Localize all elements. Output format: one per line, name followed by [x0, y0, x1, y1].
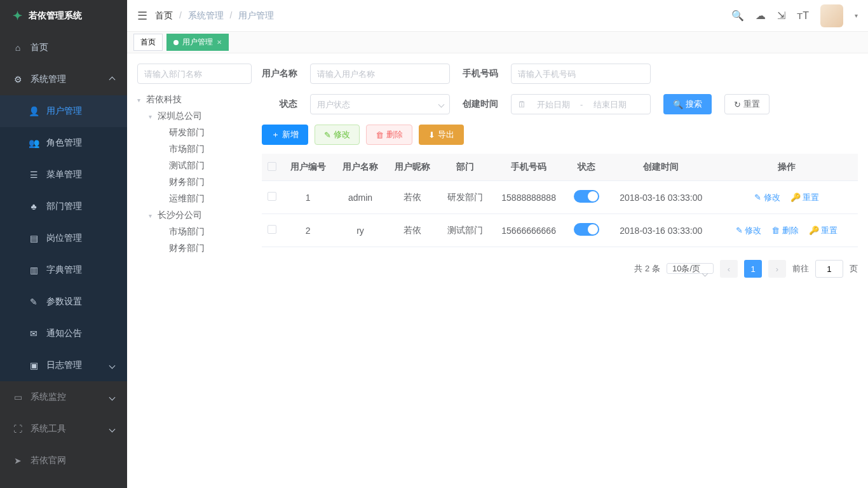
hamburger-icon[interactable]: ☰ [137, 9, 147, 23]
tree-node[interactable]: 测试部门 [160, 158, 252, 174]
status-label: 状态 [262, 98, 297, 110]
reset-button[interactable]: ↻重置 [724, 94, 770, 114]
gear-icon: ⚙ [13, 74, 23, 85]
user-panel: 用户名称 手机号码 状态 创建时间 🗓 - 🔍搜索 ↻重置 ＋新增 [262, 64, 858, 478]
phone-input[interactable] [511, 64, 651, 84]
tree-node[interactable]: 市场部门 [160, 141, 252, 158]
row-delete-link[interactable]: 🗑 删除 [771, 226, 799, 235]
sidebar-item-user[interactable]: 👤用户管理 [0, 95, 127, 127]
page-prev-button[interactable]: ‹ [720, 260, 738, 278]
chevron-down-icon: ▾ [149, 113, 155, 120]
sidebar-label-menu: 菜单管理 [46, 169, 82, 180]
page-goto-input[interactable] [815, 260, 843, 278]
status-select[interactable] [310, 94, 450, 114]
tree-node[interactable]: 市场部门 [160, 224, 252, 240]
tree-node[interactable]: 财务部门 [160, 240, 252, 257]
search-button[interactable]: 🔍搜索 [663, 94, 712, 114]
avatar[interactable] [820, 4, 843, 27]
add-label: 新增 [282, 129, 299, 140]
sidebar-label-dict: 字典管理 [46, 264, 82, 276]
sidebar-item-notice[interactable]: ✉通知公告 [0, 318, 127, 349]
tree-node[interactable]: 研发部门 [160, 125, 252, 141]
tree-node[interactable]: 财务部门 [160, 174, 252, 191]
status-switch[interactable] [574, 223, 599, 236]
cell-dept: 研发部门 [439, 181, 491, 214]
page-number-button[interactable]: 1 [744, 260, 762, 278]
tree-icon: ♣ [29, 201, 39, 212]
date-range[interactable]: 🗓 - [511, 94, 651, 114]
delete-label: 删除 [386, 129, 403, 140]
page-size-select[interactable]: 10条/页 [667, 263, 714, 274]
cell-id: 1 [281, 181, 334, 214]
tree-label: 运维部门 [169, 193, 205, 205]
sidebar-item-log[interactable]: ▣日志管理 [0, 349, 127, 381]
search-icon: 🔍 [673, 100, 683, 109]
cloud-icon[interactable]: ☁ [756, 10, 766, 22]
cell-name: ry [334, 214, 386, 247]
sidebar-item-system[interactable]: ⚙ 系统管理 [0, 64, 127, 95]
sidebar-item-menu[interactable]: ☰菜单管理 [0, 159, 127, 191]
sidebar-item-home[interactable]: ⌂ 首页 [0, 32, 127, 64]
sidebar-item-dept[interactable]: ♣部门管理 [0, 191, 127, 222]
tab-home[interactable]: 首页 [133, 34, 163, 51]
sidebar-item-dict[interactable]: ▥字典管理 [0, 254, 127, 286]
sidebar-label-system: 系统管理 [31, 74, 66, 85]
select-all-checkbox[interactable] [268, 162, 276, 171]
tree-label: 测试部门 [169, 160, 205, 172]
refresh-icon: ↻ [734, 100, 741, 109]
sidebar-item-role[interactable]: 👥角色管理 [0, 127, 127, 159]
tab-user[interactable]: 用户管理✕ [166, 34, 229, 51]
th-dept: 部门 [439, 154, 491, 181]
sidebar-item-monitor[interactable]: ▭系统监控 [0, 381, 127, 413]
tree-node-root[interactable]: ▾若依科技 [137, 92, 252, 108]
username-label: 用户名称 [262, 68, 297, 79]
compress-icon[interactable]: ⇲ [777, 10, 785, 22]
cell-id: 2 [281, 214, 334, 247]
sidebar-item-param[interactable]: ✎参数设置 [0, 286, 127, 318]
dashboard-icon: ⌂ [13, 43, 23, 53]
sidebar-label-site: 若依官网 [31, 455, 66, 466]
row-reset-link[interactable]: 🔑 重置 [790, 193, 820, 202]
breadcrumb-home[interactable]: 首页 [155, 10, 173, 20]
tree-label: 深圳总公司 [158, 111, 202, 122]
sidebar-item-tool[interactable]: ⛶系统工具 [0, 413, 127, 445]
close-icon[interactable]: ✕ [217, 39, 222, 46]
th-nick: 用户昵称 [386, 154, 438, 181]
sidebar-item-post[interactable]: ▤岗位管理 [0, 222, 127, 254]
sidebar-label-user: 用户管理 [46, 105, 82, 117]
tree-label: 财务部门 [169, 243, 205, 254]
op-reset-label: 重置 [803, 193, 819, 202]
row-edit-link[interactable]: ✎ 修改 [736, 226, 762, 235]
delete-button[interactable]: 🗑删除 [366, 125, 412, 145]
download-icon: ⬇ [428, 130, 435, 140]
chevron-down-icon[interactable]: ▾ [855, 12, 858, 19]
search-icon[interactable]: 🔍 [731, 10, 744, 22]
cell-phone: 15666666666 [491, 214, 566, 247]
log-icon: ▣ [29, 360, 39, 370]
row-reset-link[interactable]: 🔑 重置 [809, 226, 838, 235]
cell-name: admin [334, 181, 386, 214]
font-icon[interactable]: ᴛT [797, 10, 809, 22]
sidebar-label-tool: 系统工具 [31, 423, 66, 435]
page-next-button[interactable]: › [768, 260, 786, 278]
add-button[interactable]: ＋新增 [262, 125, 308, 145]
export-button[interactable]: ⬇导出 [419, 125, 464, 145]
edit-button[interactable]: ✎修改 [315, 125, 360, 145]
tree-node[interactable]: 运维部门 [160, 191, 252, 207]
app-title: 若依管理系统 [29, 10, 82, 22]
username-input[interactable] [310, 64, 450, 84]
link-icon: ➤ [13, 456, 23, 466]
sidebar-item-site[interactable]: ➤若依官网 [0, 445, 127, 477]
tree-label: 研发部门 [169, 127, 205, 139]
start-date-input[interactable] [532, 100, 574, 109]
row-checkbox[interactable] [268, 192, 276, 201]
breadcrumb-user: 用户管理 [238, 10, 274, 20]
tool-icon: ⛶ [13, 424, 23, 434]
end-date-input[interactable] [589, 100, 630, 109]
dept-search-input[interactable] [137, 64, 252, 84]
tree-node[interactable]: ▾长沙分公司 [149, 207, 252, 224]
tree-node[interactable]: ▾深圳总公司 [149, 108, 252, 125]
row-edit-link[interactable]: ✎ 修改 [754, 193, 780, 202]
row-checkbox[interactable] [268, 225, 276, 234]
status-switch[interactable] [574, 190, 599, 203]
